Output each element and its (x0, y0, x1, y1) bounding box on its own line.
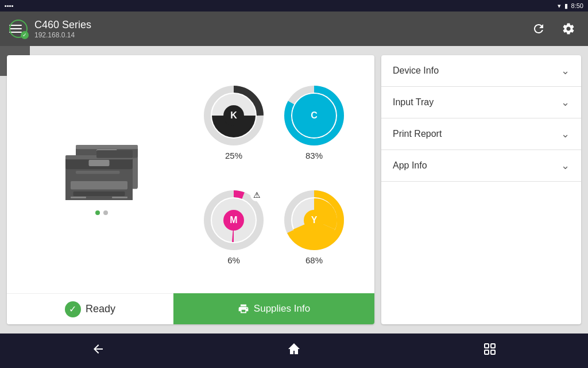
back-button[interactable] (80, 338, 117, 364)
toner-black-circle: K (202, 84, 265, 147)
status-section: ✓ Ready (7, 293, 173, 324)
toner-magenta: M ⚠ 6% (202, 189, 265, 265)
main-content: K 25% C (0, 46, 588, 334)
accordion-device-info[interactable]: Device Info ⌄ (381, 55, 581, 87)
svg-rect-11 (76, 171, 120, 174)
notification-icons: ▪▪▪▪ (5, 2, 14, 9)
chevron-down-app-info: ⌄ (561, 159, 570, 172)
toner-yellow-circle: Y (283, 189, 346, 252)
toner-grid: K 25% C (185, 67, 363, 282)
ready-icon: ✓ (65, 301, 81, 317)
svg-rect-13 (89, 160, 110, 166)
svg-text:Y: Y (311, 215, 318, 225)
accordion-device-info-header[interactable]: Device Info ⌄ (381, 55, 581, 86)
toner-magenta-percent: 6% (227, 255, 240, 265)
toner-black: K 25% (202, 84, 265, 160)
toner-cyan-percent: 83% (305, 151, 323, 160)
accordion-input-tray[interactable]: Input Tray ⌄ (381, 87, 581, 118)
accordion-app-info-label: App Info (393, 160, 427, 171)
battery-icon: ▮ (564, 2, 568, 10)
time-display: 8:50 (571, 2, 583, 9)
right-panel: Device Info ⌄ Input Tray ⌄ Print Report … (381, 55, 581, 324)
accordion-print-report-header[interactable]: Print Report ⌄ (381, 118, 581, 150)
status-bar-left: ▪▪▪▪ (5, 2, 14, 9)
chevron-down-device-info: ⌄ (561, 64, 570, 77)
left-card: K 25% C (7, 55, 374, 324)
toner-yellow: Y 68% (283, 189, 346, 265)
left-card-body: K 25% C (7, 55, 374, 293)
toner-cyan: C 83% (283, 84, 346, 160)
accordion-app-info[interactable]: App Info ⌄ (381, 150, 581, 182)
left-card-footer: ✓ Ready Supplies Info (7, 293, 374, 324)
svg-text:C: C (311, 110, 318, 120)
supplies-printer-icon (238, 303, 249, 315)
device-name: C460 Series (34, 19, 91, 31)
accordion-device-info-label: Device Info (393, 66, 439, 76)
svg-text:K: K (230, 110, 237, 120)
chevron-down-print-report: ⌄ (561, 128, 570, 140)
toolbar: ✓ C460 Series 192.168.0.14 (0, 12, 588, 46)
bottom-nav (0, 334, 588, 368)
svg-rect-5 (76, 145, 138, 149)
toolbar-left: ✓ C460 Series 192.168.0.14 (9, 19, 91, 39)
accordion-print-report[interactable]: Print Report ⌄ (381, 118, 581, 150)
pagination (95, 206, 108, 217)
accordion-input-tray-label: Input Tray (393, 97, 434, 108)
svg-rect-39 (491, 344, 495, 348)
svg-rect-14 (71, 197, 86, 198)
chevron-down-input-tray: ⌄ (561, 96, 570, 109)
svg-rect-9 (71, 181, 127, 189)
svg-rect-41 (491, 350, 495, 354)
svg-rect-38 (485, 344, 489, 348)
svg-text:M: M (230, 215, 237, 225)
home-button[interactable] (276, 338, 312, 364)
supplies-info-label: Supplies Info (254, 303, 310, 315)
supplies-info-button[interactable]: Supplies Info (173, 293, 374, 324)
pagination-dot-1[interactable] (95, 210, 100, 215)
accordion-input-tray-header[interactable]: Input Tray ⌄ (381, 87, 581, 118)
status-bar: ▪▪▪▪ ▾ ▮ 8:50 (0, 0, 588, 12)
warning-badge-magenta: ⚠ (250, 189, 263, 201)
settings-button[interactable] (558, 18, 579, 39)
printer-image-area (18, 67, 185, 282)
accordion-print-report-label: Print Report (393, 129, 442, 139)
device-ip: 192.168.0.14 (34, 31, 91, 39)
svg-rect-15 (112, 197, 127, 198)
status-bar-right: ▾ ▮ 8:50 (558, 2, 583, 10)
svg-rect-17 (96, 150, 133, 158)
toner-black-percent: 25% (225, 151, 242, 160)
toner-magenta-circle: M ⚠ (202, 189, 265, 252)
toolbar-right (528, 18, 579, 39)
printer-image (50, 131, 153, 200)
toner-yellow-percent: 68% (305, 255, 323, 265)
device-info-header: C460 Series 192.168.0.14 (34, 19, 91, 39)
refresh-button[interactable] (528, 18, 549, 39)
pagination-dot-2[interactable] (103, 210, 108, 215)
wifi-icon: ▾ (558, 2, 561, 10)
accordion-app-info-header[interactable]: App Info ⌄ (381, 150, 581, 181)
menu-button[interactable]: ✓ (9, 20, 28, 38)
toner-cyan-circle: C (283, 84, 346, 147)
status-text: Ready (86, 303, 115, 315)
svg-rect-40 (485, 350, 489, 354)
recent-apps-button[interactable] (471, 338, 508, 364)
svg-rect-10 (74, 191, 125, 196)
